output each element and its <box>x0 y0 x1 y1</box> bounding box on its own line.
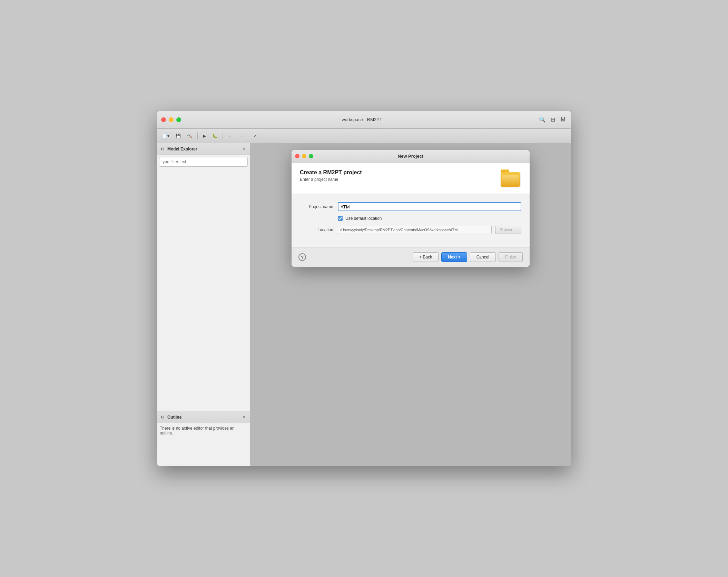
close-button[interactable] <box>161 117 166 122</box>
project-name-input[interactable] <box>338 202 521 211</box>
outline-panel: ⊡ Outline ✕ There is no active editor th… <box>157 411 250 466</box>
folder-shine <box>502 175 519 185</box>
model-explorer-content <box>157 169 250 411</box>
minimize-button[interactable] <box>169 117 174 122</box>
model-explorer-header: ⊡ Model Explorer ✕ <box>157 143 250 155</box>
modal-overlay: New Project Create a RM2PT project Enter… <box>250 143 571 466</box>
debug-btn[interactable]: 🐛 <box>210 131 220 141</box>
title-bar: workspace - RM2PT 🔍 ⊞ M <box>157 111 571 129</box>
app-window: workspace - RM2PT 🔍 ⊞ M 📄▾ 💾 🔨 ▶ 🐛 ← → ↗… <box>157 111 571 466</box>
dialog-header: Create a RM2PT project Enter a project n… <box>292 163 530 194</box>
toolbar-sep-1 <box>197 133 198 139</box>
new-file-btn[interactable]: 📄▾ <box>160 131 172 141</box>
use-default-location-checkbox[interactable] <box>338 216 343 221</box>
model-explorer-close[interactable]: ✕ <box>241 146 247 152</box>
forward-btn[interactable]: → <box>236 131 245 141</box>
dialog-footer: ? < Back Next > Cancel Finish <box>292 247 530 267</box>
browse-button: Browse... <box>495 226 521 234</box>
dialog-footer-right: < Back Next > Cancel Finish <box>413 252 523 262</box>
project-name-row: Project name: <box>300 202 521 211</box>
dialog-window-controls <box>295 154 313 158</box>
toolbar-sep-3 <box>248 133 248 139</box>
project-name-label: Project name: <box>300 204 334 209</box>
window-controls <box>161 117 181 122</box>
location-input <box>338 226 492 234</box>
back-button[interactable]: < Back <box>413 252 439 262</box>
export-btn[interactable]: ↗ <box>251 131 259 141</box>
dialog-title: New Project <box>398 154 423 159</box>
outline-icon: ⊡ <box>160 414 165 420</box>
dialog-footer-left: ? <box>298 253 306 261</box>
outline-empty-text: There is no active editor that provides … <box>157 423 250 438</box>
outline-close[interactable]: ✕ <box>241 414 247 420</box>
model-explorer-icon: ⊡ <box>160 146 165 152</box>
help-button[interactable]: ? <box>298 253 306 261</box>
use-default-location-label: Use default location <box>345 216 382 221</box>
dialog-header-text: Create a RM2PT project Enter a project n… <box>300 169 362 182</box>
dialog-close-btn[interactable] <box>295 154 299 158</box>
location-label: Location: <box>300 227 334 232</box>
build-btn[interactable]: 🔨 <box>185 131 195 141</box>
new-project-dialog: New Project Create a RM2PT project Enter… <box>292 150 530 267</box>
dialog-maximize-btn[interactable] <box>309 154 313 158</box>
outline-header: ⊡ Outline ✕ <box>157 411 250 423</box>
location-input-group: Browse... <box>338 226 521 234</box>
toolbar-sep-2 <box>223 133 223 139</box>
window-title: workspace - RM2PT <box>185 117 539 122</box>
use-default-location-row: Use default location <box>338 216 521 221</box>
perspective-icon[interactable]: M <box>559 116 567 124</box>
dialog-minimize-btn[interactable] <box>302 154 306 158</box>
search-icon[interactable]: 🔍 <box>539 116 546 124</box>
folder-body <box>501 172 520 187</box>
editor-area: New Project Create a RM2PT project Enter… <box>250 143 571 466</box>
layout-icon[interactable]: ⊞ <box>549 116 557 124</box>
dialog-subtitle: Enter a project name <box>300 177 362 182</box>
finish-button[interactable]: Finish <box>499 252 523 262</box>
folder-tab <box>501 169 509 172</box>
title-bar-actions: 🔍 ⊞ M <box>539 116 567 124</box>
save-btn[interactable]: 💾 <box>173 131 183 141</box>
outline-title: Outline <box>167 415 181 420</box>
location-row: Location: Browse... <box>300 226 521 234</box>
run-btn[interactable]: ▶ <box>200 131 208 141</box>
dialog-heading: Create a RM2PT project <box>300 169 362 176</box>
cancel-button[interactable]: Cancel <box>470 252 496 262</box>
back-btn[interactable]: ← <box>226 131 235 141</box>
maximize-button[interactable] <box>176 117 181 122</box>
next-button[interactable]: Next > <box>441 252 467 262</box>
dialog-body: Project name: Use default location Locat… <box>292 194 530 247</box>
main-content: ⊡ Model Explorer ✕ ⊡ Outline ✕ There is … <box>157 143 571 466</box>
filter-input[interactable] <box>159 157 248 167</box>
folder-icon <box>501 169 521 187</box>
left-panel: ⊡ Model Explorer ✕ ⊡ Outline ✕ There is … <box>157 143 250 466</box>
model-explorer-title: Model Explorer <box>167 147 197 151</box>
toolbar: 📄▾ 💾 🔨 ▶ 🐛 ← → ↗ <box>157 129 571 143</box>
dialog-titlebar: New Project <box>292 150 530 163</box>
